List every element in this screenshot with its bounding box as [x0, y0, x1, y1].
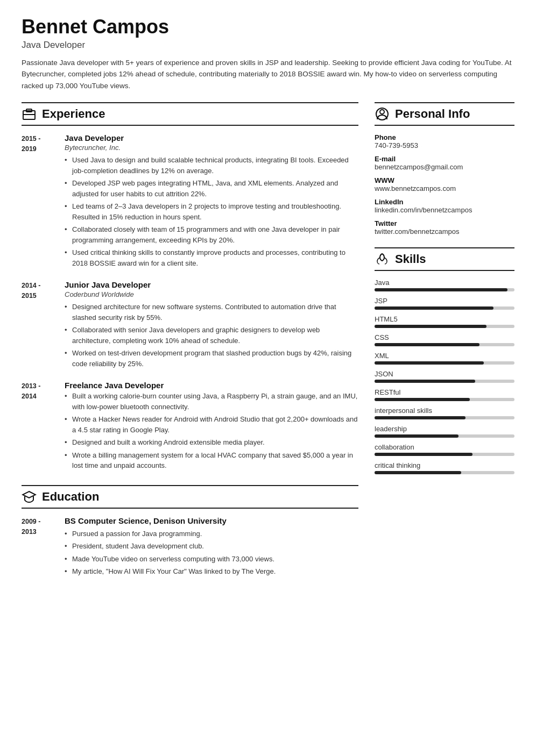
info-value: 740-739-5953 [375, 141, 514, 149]
list-item: Led teams of 2–3 Java developers in 2 pr… [65, 201, 358, 222]
personal-info-header: Personal Info [375, 102, 514, 126]
list-item: Made YouTube video on serverless computi… [65, 554, 358, 565]
skill-bar-bg [375, 361, 514, 365]
skill-bar-bg [375, 288, 514, 291]
skill-bar-fill [375, 453, 472, 456]
skill-item: collaboration [375, 443, 514, 456]
skill-bar-bg [375, 325, 514, 328]
skill-name: leadership [375, 425, 514, 433]
edu-container: 2009 -2013BS Computer Science, Denison U… [22, 516, 358, 579]
skill-bar-fill [375, 380, 475, 383]
info-block: E-mailbennetzcampos@gmail.com [375, 155, 514, 171]
list-item: My article, "How AI Will Fix Your Car" W… [65, 566, 358, 577]
skill-bar-fill [375, 416, 466, 419]
info-block: LinkedInlinkedin.com/in/bennetzcampos [375, 198, 514, 214]
edu-title: BS Computer Science, Denison University [65, 516, 358, 525]
skills-container: JavaJSPHTML5CSSXMLJSONRESTfulinterperson… [375, 279, 514, 474]
personal-info-section: Personal Info Phone740-739-5953E-mailben… [375, 102, 514, 236]
svg-point-5 [380, 110, 384, 114]
skill-item: JSON [375, 370, 514, 383]
job-dates: 2014 -2015 [22, 280, 65, 371]
job-company: Coderbund Worldwide [65, 290, 358, 298]
job-title: Freelance Java Developer [65, 381, 358, 390]
job-block: 2015 -2019Java DeveloperBytecruncher, In… [22, 133, 358, 270]
skill-item: Java [375, 279, 514, 291]
candidate-name: Bennet Campos [22, 16, 514, 38]
right-column: Personal Info Phone740-739-5953E-mailben… [375, 102, 514, 591]
info-value: bennetzcampos@gmail.com [375, 163, 514, 171]
education-icon [22, 489, 37, 504]
personal-info-container: Phone740-739-5953E-mailbennetzcampos@gma… [375, 133, 514, 236]
info-label: E-mail [375, 155, 514, 163]
list-item: President, student Java development club… [65, 541, 358, 552]
skill-item: interpersonal skills [375, 406, 514, 419]
skill-name: collaboration [375, 443, 514, 451]
job-bullets: Designed architecture for new software s… [65, 302, 358, 369]
skill-bar-bg [375, 453, 514, 456]
skill-bar-fill [375, 325, 486, 328]
experience-header: Experience [22, 102, 358, 126]
info-label: LinkedIn [375, 198, 514, 206]
skill-bar-bg [375, 343, 514, 346]
job-bullets: Used Java to design and build scalable t… [65, 155, 358, 268]
skills-header: Skills [375, 247, 514, 271]
education-section: Education 2009 -2013BS Computer Science,… [22, 485, 358, 579]
list-item: Wrote a Hacker News reader for Android w… [65, 414, 358, 435]
skill-name: Java [375, 279, 514, 287]
skill-name: critical thinking [375, 461, 514, 469]
list-item: Built a working calorie-burn counter usi… [65, 391, 358, 412]
skill-name: HTML5 [375, 315, 514, 323]
list-item: Wrote a billing management system for a … [65, 450, 358, 471]
skill-item: CSS [375, 333, 514, 346]
info-value: linkedin.com/in/bennetzcampos [375, 206, 514, 214]
list-item: Designed and built a working Android ext… [65, 437, 358, 448]
skills-icon [375, 252, 390, 267]
edu-bullets: Pursued a passion for Java programming.P… [65, 529, 358, 577]
skill-bar-bg [375, 434, 514, 438]
experience-section: Experience 2015 -2019Java DeveloperBytec… [22, 102, 358, 473]
two-column-layout: Experience 2015 -2019Java DeveloperBytec… [22, 102, 514, 591]
list-item: Used Java to design and build scalable t… [65, 155, 358, 176]
job-block: 2013 -2014Freelance Java DeveloperBuilt … [22, 381, 358, 473]
skill-bar-bg [375, 306, 514, 310]
left-column: Experience 2015 -2019Java DeveloperBytec… [22, 102, 358, 591]
skill-name: RESTful [375, 388, 514, 396]
experience-section-title: Experience [42, 107, 105, 121]
skill-bar-fill [375, 361, 484, 365]
edu-dates: 2009 -2013 [22, 516, 65, 579]
skill-item: leadership [375, 425, 514, 438]
skill-bar-bg [375, 398, 514, 401]
education-header: Education [22, 485, 358, 509]
candidate-title: Java Developer [22, 40, 514, 51]
resume-header: Bennet Campos Java Developer Passionate … [22, 16, 514, 91]
job-content: Freelance Java DeveloperBuilt a working … [65, 381, 358, 473]
skill-bar-bg [375, 380, 514, 383]
skill-name: JSON [375, 370, 514, 378]
info-block: Twittertwitter.com/bennetzcampos [375, 219, 514, 236]
info-label: Phone [375, 133, 514, 141]
education-section-title: Education [42, 490, 99, 504]
skill-item: RESTful [375, 388, 514, 401]
job-bullets: Built a working calorie-burn counter usi… [65, 391, 358, 471]
skills-section-title: Skills [395, 252, 426, 266]
skill-name: JSP [375, 297, 514, 305]
skill-item: HTML5 [375, 315, 514, 328]
list-item: Collaborated with senior Java developers… [65, 325, 358, 346]
job-block: 2014 -2015Junior Java DeveloperCoderbund… [22, 280, 358, 371]
info-value: www.bennetzcampos.com [375, 184, 514, 192]
skill-bar-fill [375, 288, 507, 291]
job-content: Java DeveloperBytecruncher, Inc.Used Jav… [65, 133, 358, 270]
list-item: Developed JSP web pages integrating HTML… [65, 178, 358, 199]
skill-name: CSS [375, 333, 514, 341]
candidate-summary: Passionate Java developer with 5+ years … [22, 57, 514, 92]
job-company: Bytecruncher, Inc. [65, 144, 358, 152]
skill-bar-bg [375, 416, 514, 419]
info-block: Phone740-739-5953 [375, 133, 514, 149]
list-item: Pursued a passion for Java programming. [65, 529, 358, 539]
skill-bar-fill [375, 343, 479, 346]
experience-icon [22, 106, 37, 122]
job-title: Java Developer [65, 133, 358, 142]
list-item: Used critical thinking skills to constan… [65, 247, 358, 268]
info-label: Twitter [375, 219, 514, 227]
info-block: WWWwww.bennetzcampos.com [375, 176, 514, 192]
